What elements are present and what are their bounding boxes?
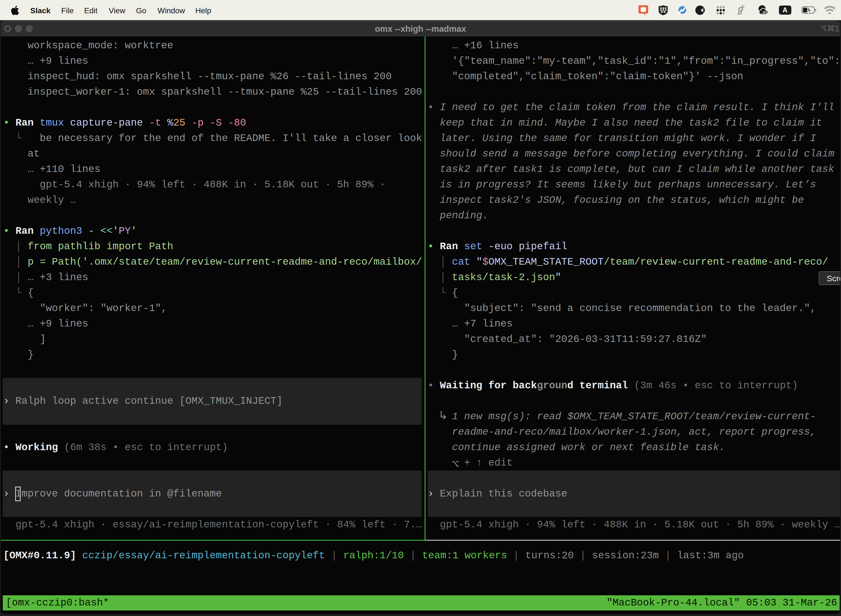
svg-text:..61: ..61 [761,10,767,14]
svg-text:A: A [782,6,787,14]
